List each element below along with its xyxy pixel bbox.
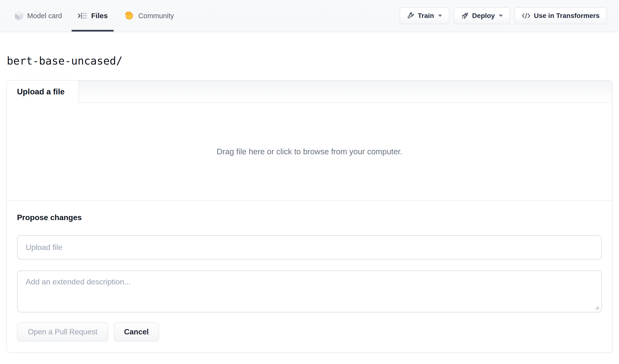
resize-handle-icon[interactable] [595,306,599,310]
repo-path: bert-base-uncased/ [7,55,619,67]
dropzone-hint: Drag file here or click to browse from y… [217,147,402,156]
repo-header: Model card Files [0,0,619,32]
upload-card: Upload a file Drag file here or click to… [6,80,613,353]
description-field-wrapper [17,270,602,313]
tab-upload-a-file-label: Upload a file [17,87,65,96]
use-in-transformers-button[interactable]: Use in Transformers [514,7,607,24]
tab-files-label: Files [91,12,108,20]
deploy-button-label: Deploy [472,12,495,20]
caret-down-icon [499,14,503,17]
upload-card-tabstrip: Upload a file [7,81,612,103]
propose-changes-section: Propose changes Open a Pull Request Canc… [7,201,612,352]
description-textarea[interactable] [17,270,602,313]
cancel-button[interactable]: Cancel [114,322,159,342]
repo-nav: Model card Files [10,0,179,31]
use-in-transformers-label: Use in Transformers [534,12,600,20]
header-actions: Train Deploy [400,0,607,31]
wrench-icon [407,12,414,20]
waving-hand-icon [123,10,134,21]
code-icon [522,12,530,19]
upload-file-input[interactable] [17,235,602,260]
cube-icon [14,11,23,21]
propose-changes-title: Propose changes [17,213,602,222]
tab-files[interactable]: Files [72,0,113,31]
train-button-label: Train [418,12,434,20]
tabstrip-fill [79,81,612,103]
deploy-button[interactable]: Deploy [454,7,510,24]
rocket-icon [461,12,469,20]
main-content: bert-base-uncased/ Upload a file Drag fi… [0,55,619,353]
open-pull-request-button[interactable]: Open a Pull Request [17,322,108,342]
files-icon [77,11,87,20]
tab-model-card[interactable]: Model card [10,0,67,31]
page: Model card Files [0,0,619,353]
caret-down-icon [438,14,442,17]
tab-community-label: Community [138,12,174,20]
tab-model-card-label: Model card [27,12,62,20]
tab-community[interactable]: Community [118,0,179,31]
file-dropzone[interactable]: Drag file here or click to browse from y… [7,103,612,201]
propose-buttons-row: Open a Pull Request Cancel [17,322,602,342]
tab-upload-a-file[interactable]: Upload a file [7,81,79,103]
train-button[interactable]: Train [400,7,449,24]
